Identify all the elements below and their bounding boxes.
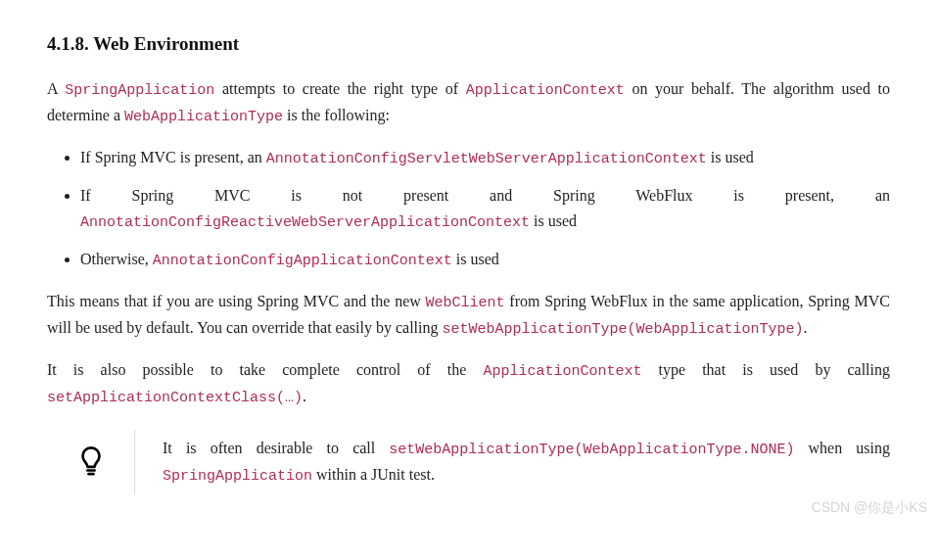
text: attempts to create the right type of: [214, 80, 465, 97]
text: .: [804, 319, 808, 336]
tip-icon-cell: [47, 430, 135, 494]
paragraph-intro: A SpringApplication attempts to create t…: [47, 76, 890, 129]
code-annotation-context: AnnotationConfigApplicationContext: [153, 253, 452, 269]
code-webapplicationtype: WebApplicationType: [124, 109, 283, 125]
tip-content: It is often desirable to call setWebAppl…: [135, 430, 890, 494]
text: .: [303, 388, 306, 404]
text: If Spring MVC is present, an: [80, 149, 266, 165]
code-springapplication: SpringApplication: [163, 468, 312, 485]
text: It is often desirable to call: [163, 440, 389, 456]
paragraph-webclient: This means that if you are using Spring …: [47, 289, 890, 342]
text: within a JUnit test.: [312, 466, 435, 483]
list-item: Otherwise, AnnotationConfigApplicationCo…: [80, 247, 890, 273]
text: It is also possible to take complete con…: [47, 361, 483, 378]
text: is used: [530, 212, 577, 229]
code-setappcontextclass: setApplicationContextClass(…): [47, 390, 303, 406]
code-applicationcontext: ApplicationContext: [483, 363, 641, 380]
text: Otherwise,: [80, 251, 153, 267]
watermark: CSDN @你是小KS: [812, 496, 927, 518]
code-setwebapptype-none: setWebApplicationType(WebApplicationType…: [389, 442, 794, 458]
text: If Spring MVC is not present and Spring …: [80, 187, 890, 204]
lightbulb-icon: [76, 445, 106, 479]
code-springapplication: SpringApplication: [65, 82, 214, 99]
code-setwebapptype: setWebApplicationType(WebApplicationType…: [442, 321, 803, 338]
algorithm-list: If Spring MVC is present, an AnnotationC…: [47, 145, 890, 273]
text: when using: [794, 440, 890, 456]
text: type that is used by calling: [641, 361, 890, 378]
list-item: If Spring MVC is not present and Spring …: [80, 183, 890, 235]
code-applicationcontext: ApplicationContext: [466, 82, 625, 99]
text: is the following:: [283, 107, 390, 123]
text: is used: [452, 251, 499, 267]
text: This means that if you are using Spring …: [47, 293, 426, 309]
tip-box: It is often desirable to call setWebAppl…: [47, 430, 890, 494]
code-servlet-context: AnnotationConfigServletWebServerApplicat…: [266, 151, 707, 167]
text: is used: [707, 149, 754, 165]
paragraph-control: It is also possible to take complete con…: [47, 357, 890, 410]
section-heading: 4.1.8. Web Environment: [47, 29, 890, 59]
code-webclient: WebClient: [426, 295, 505, 311]
code-reactive-context: AnnotationConfigReactiveWebServerApplica…: [80, 214, 530, 231]
list-item: If Spring MVC is present, an AnnotationC…: [80, 145, 890, 171]
text: A: [47, 80, 65, 97]
